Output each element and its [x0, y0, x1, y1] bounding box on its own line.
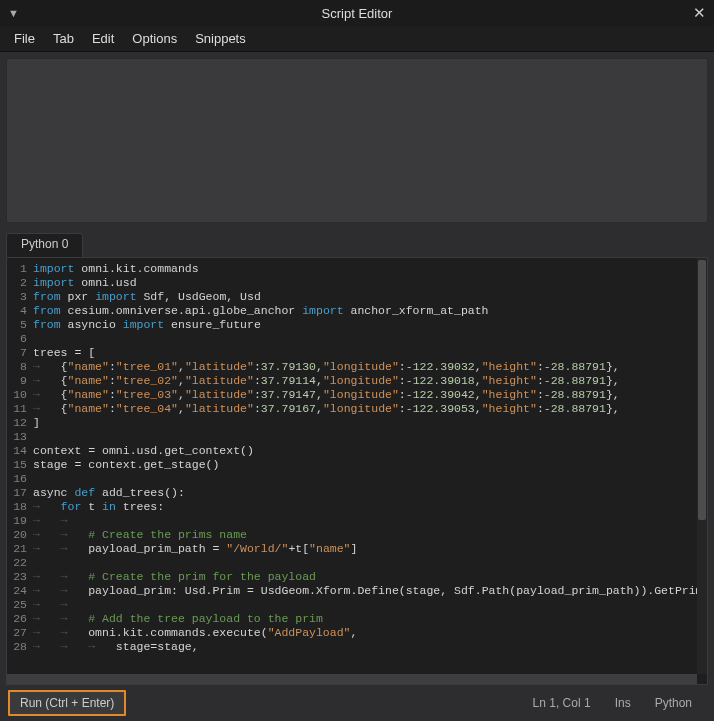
line-number: 25 [7, 598, 33, 612]
code-line[interactable]: 17async def add_trees(): [7, 486, 697, 500]
code-line[interactable]: 6 [7, 332, 697, 346]
line-number: 19 [7, 514, 33, 528]
code-line[interactable]: 12] [7, 416, 697, 430]
line-number: 24 [7, 584, 33, 598]
line-number: 9 [7, 374, 33, 388]
output-panel[interactable] [6, 58, 708, 223]
menu-snippets[interactable]: Snippets [187, 29, 254, 48]
close-icon[interactable]: ✕ [693, 4, 706, 22]
line-number: 5 [7, 318, 33, 332]
line-number: 8 [7, 360, 33, 374]
line-number: 7 [7, 346, 33, 360]
window-title: Script Editor [322, 6, 393, 21]
status-bar: Run (Ctrl + Enter) Ln 1, Col 1 Ins Pytho… [0, 685, 714, 721]
code-line[interactable]: 24→ → payload_prim: Usd.Prim = UsdGeom.X… [7, 584, 697, 598]
menu-edit[interactable]: Edit [84, 29, 122, 48]
line-number: 6 [7, 332, 33, 346]
insert-mode: Ins [615, 696, 631, 710]
cursor-position: Ln 1, Col 1 [533, 696, 591, 710]
code-line[interactable]: 26→ → # Add the tree payload to the prim [7, 612, 697, 626]
line-number: 13 [7, 430, 33, 444]
menubar: File Tab Edit Options Snippets [0, 26, 714, 52]
tab-python-0[interactable]: Python 0 [6, 233, 83, 257]
scrollbar-thumb[interactable] [698, 260, 706, 520]
code-line[interactable]: 8→ {"name":"tree_01","latitude":37.79130… [7, 360, 697, 374]
code-line[interactable]: 2import omni.usd [7, 276, 697, 290]
line-number: 20 [7, 528, 33, 542]
code-line[interactable]: 9→ {"name":"tree_02","latitude":37.79114… [7, 374, 697, 388]
code-line[interactable]: 16 [7, 472, 697, 486]
titlebar: ▼ Script Editor ✕ [0, 0, 714, 26]
line-number: 12 [7, 416, 33, 430]
code-editor[interactable]: 1import omni.kit.commands2import omni.us… [6, 257, 708, 685]
code-line[interactable]: 7trees = [ [7, 346, 697, 360]
tab-bar: Python 0 [6, 233, 708, 257]
code-line[interactable]: 22 [7, 556, 697, 570]
code-line[interactable]: 21→ → payload_prim_path = "/World/"+t["n… [7, 542, 697, 556]
line-number: 1 [7, 262, 33, 276]
line-number: 23 [7, 570, 33, 584]
code-line[interactable]: 19→ → [7, 514, 697, 528]
line-number: 27 [7, 626, 33, 640]
code-line[interactable]: 18→ for t in trees: [7, 500, 697, 514]
line-number: 15 [7, 458, 33, 472]
run-button[interactable]: Run (Ctrl + Enter) [8, 690, 126, 716]
code-line[interactable]: 10→ {"name":"tree_03","latitude":37.7914… [7, 388, 697, 402]
line-number: 28 [7, 640, 33, 654]
collapse-icon[interactable]: ▼ [8, 7, 19, 19]
line-number: 4 [7, 304, 33, 318]
line-number: 16 [7, 472, 33, 486]
code-line[interactable]: 4from cesium.omniverse.api.globe_anchor … [7, 304, 697, 318]
line-number: 2 [7, 276, 33, 290]
line-number: 10 [7, 388, 33, 402]
code-line[interactable]: 3from pxr import Sdf, UsdGeom, Usd [7, 290, 697, 304]
code-line[interactable]: 25→ → [7, 598, 697, 612]
menu-file[interactable]: File [6, 29, 43, 48]
code-line[interactable]: 20→ → # Create the prims name [7, 528, 697, 542]
vertical-scrollbar[interactable] [697, 258, 707, 674]
code-line[interactable]: 14context = omni.usd.get_context() [7, 444, 697, 458]
line-number: 18 [7, 500, 33, 514]
line-number: 14 [7, 444, 33, 458]
code-line[interactable]: 5from asyncio import ensure_future [7, 318, 697, 332]
line-number: 11 [7, 402, 33, 416]
code-line[interactable]: 15stage = context.get_stage() [7, 458, 697, 472]
code-line[interactable]: 13 [7, 430, 697, 444]
line-number: 3 [7, 290, 33, 304]
menu-options[interactable]: Options [124, 29, 185, 48]
line-number: 21 [7, 542, 33, 556]
code-line[interactable]: 1import omni.kit.commands [7, 262, 697, 276]
line-number: 26 [7, 612, 33, 626]
language-label: Python [655, 696, 692, 710]
code-line[interactable]: 27→ → omni.kit.commands.execute("AddPayl… [7, 626, 697, 640]
code-line[interactable]: 23→ → # Create the prim for the payload [7, 570, 697, 584]
menu-tab[interactable]: Tab [45, 29, 82, 48]
code-line[interactable]: 11→ {"name":"tree_04","latitude":37.7916… [7, 402, 697, 416]
line-number: 17 [7, 486, 33, 500]
horizontal-scrollbar[interactable] [7, 674, 697, 684]
code-line[interactable]: 28→ → → stage=stage, [7, 640, 697, 654]
line-number: 22 [7, 556, 33, 570]
